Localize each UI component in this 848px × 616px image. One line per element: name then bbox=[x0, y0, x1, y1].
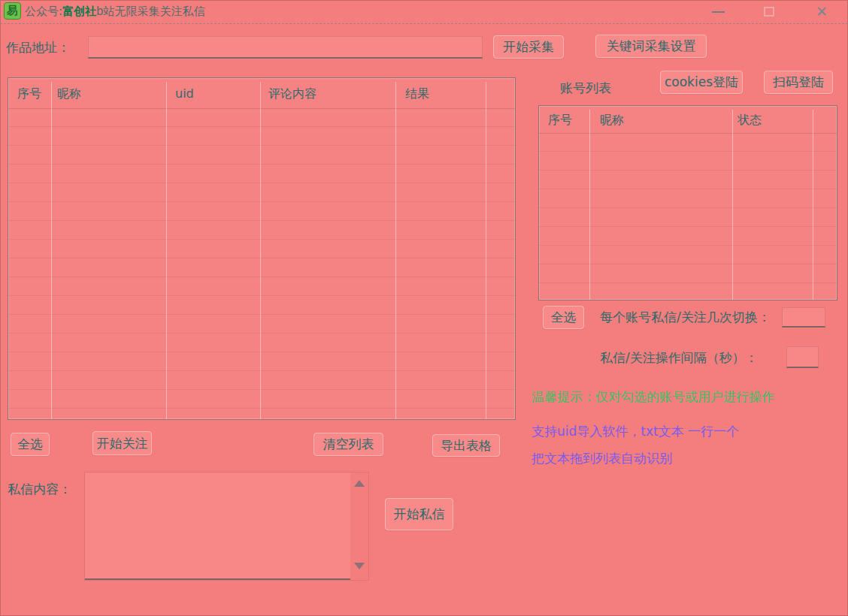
account-table-header: 序号 昵称 状态 bbox=[539, 106, 837, 134]
window-title-prefix: 公众号: bbox=[25, 5, 62, 18]
interval-input[interactable] bbox=[786, 346, 819, 368]
scroll-up-icon[interactable] bbox=[354, 480, 365, 487]
keyword-collect-settings-button[interactable]: 关键词采集设置 bbox=[595, 35, 707, 58]
app-icon-glyph: 易 bbox=[7, 4, 18, 18]
export-table-button[interactable]: 导出表格 bbox=[432, 434, 500, 457]
account-select-all-button[interactable]: 全选 bbox=[543, 306, 584, 329]
uid-import-tip-text: 支持uid导入软件，txt文本 一行一个 bbox=[532, 423, 739, 440]
window-title-brand: 富创社 bbox=[62, 5, 96, 18]
drag-text-tip-text: 把文本拖到列表自动识别 bbox=[532, 450, 672, 467]
dm-content-textarea[interactable] bbox=[85, 473, 350, 580]
window-title: 公众号:富创社b站无限采集关注私信 bbox=[25, 5, 205, 19]
titlebar: 易 公众号:富创社b站无限采集关注私信 ✕ bbox=[0, 0, 848, 24]
close-icon: ✕ bbox=[816, 5, 828, 19]
start-dm-button[interactable]: 开始私信 bbox=[385, 498, 453, 530]
account-list-title: 账号列表 bbox=[560, 80, 611, 97]
account-table-body bbox=[539, 133, 837, 300]
cookies-login-button[interactable]: cookies登陆 bbox=[660, 71, 743, 94]
clear-list-button[interactable]: 清空列表 bbox=[313, 433, 383, 456]
grid-vline bbox=[166, 82, 167, 419]
comment-table-body bbox=[8, 108, 515, 419]
grid-vline bbox=[51, 82, 52, 419]
scan-login-button[interactable]: 扫码登陆 bbox=[764, 71, 833, 94]
switch-times-label: 每个账号私信/关注几次切换： bbox=[600, 309, 771, 326]
comment-col-index: 序号 bbox=[17, 86, 41, 102]
warm-tip-text: 温馨提示：仅对勾选的账号或用户进行操作 bbox=[532, 388, 774, 406]
dm-content-label: 私信内容： bbox=[8, 481, 71, 498]
app-icon: 易 bbox=[4, 2, 21, 20]
maximize-icon bbox=[764, 7, 774, 17]
start-collect-button[interactable]: 开始采集 bbox=[493, 35, 564, 59]
interval-label: 私信/关注操作间隔（秒）： bbox=[600, 349, 758, 367]
account-col-index: 序号 bbox=[548, 113, 572, 128]
close-button[interactable]: ✕ bbox=[809, 0, 834, 23]
grid-vline bbox=[732, 110, 733, 300]
account-table[interactable]: 序号 昵称 状态 bbox=[538, 105, 837, 300]
window-title-suffix: b站无限采集关注私信 bbox=[96, 5, 205, 18]
minimize-icon bbox=[712, 11, 725, 13]
scroll-down-icon[interactable] bbox=[354, 563, 365, 569]
minimize-button[interactable] bbox=[705, 0, 731, 23]
comment-col-uid: uid bbox=[175, 86, 194, 101]
comment-table[interactable]: 序号 昵称 uid 评论内容 结果 bbox=[8, 77, 516, 420]
grid-vline bbox=[486, 82, 486, 419]
work-url-label: 作品地址： bbox=[6, 39, 70, 56]
work-url-input[interactable] bbox=[88, 36, 483, 59]
dm-scrollbar[interactable] bbox=[350, 473, 368, 580]
comment-col-content: 评论内容 bbox=[268, 86, 316, 102]
comment-select-all-button[interactable]: 全选 bbox=[11, 433, 50, 456]
grid-vline bbox=[813, 110, 813, 300]
maximize-button[interactable] bbox=[756, 0, 782, 23]
grid-vline bbox=[395, 82, 396, 419]
dm-content-box bbox=[84, 472, 369, 581]
account-col-nickname: 昵称 bbox=[600, 113, 624, 128]
grid-vline bbox=[589, 110, 590, 300]
account-col-status: 状态 bbox=[737, 113, 762, 128]
grid-vline bbox=[260, 82, 261, 419]
comment-col-result: 结果 bbox=[405, 86, 429, 102]
comment-col-nickname: 昵称 bbox=[57, 86, 81, 102]
switch-times-input[interactable] bbox=[782, 307, 825, 328]
start-follow-button[interactable]: 开始关注 bbox=[92, 431, 152, 455]
comment-table-header: 序号 昵称 uid 评论内容 结果 bbox=[8, 78, 515, 109]
